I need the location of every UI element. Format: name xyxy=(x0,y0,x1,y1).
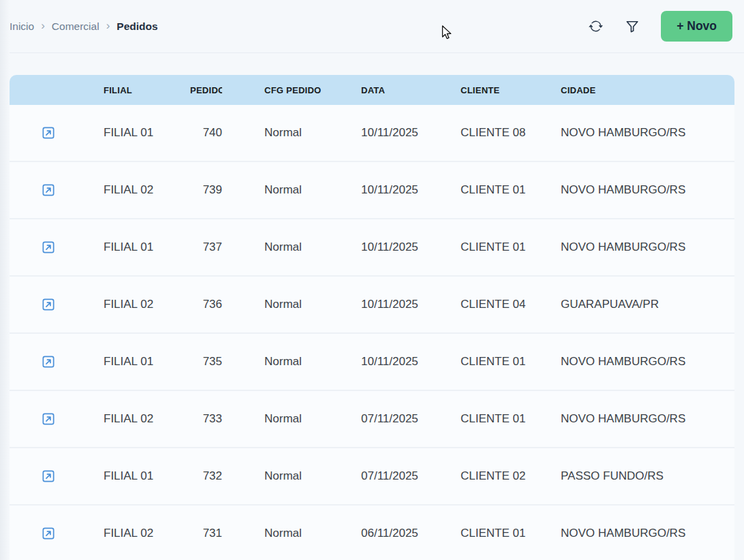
table-row: FILIAL 02 733 Normal 07/11/2025 CLIENTE … xyxy=(10,391,734,448)
filter-icon xyxy=(625,20,639,33)
cell-cfg-pedido: Normal xyxy=(222,298,361,311)
header-data: DATA xyxy=(361,85,461,95)
table-row: FILIAL 01 735 Normal 10/11/2025 CLIENTE … xyxy=(10,334,734,391)
open-order-icon[interactable] xyxy=(42,527,55,540)
cell-pedido: 740 xyxy=(190,126,222,140)
row-open-cell xyxy=(10,356,104,368)
cell-cfg-pedido: Normal xyxy=(222,183,361,197)
header-filial: FILIAL xyxy=(104,85,190,95)
cell-pedido: 739 xyxy=(190,183,222,197)
table-row: FILIAL 01 737 Normal 10/11/2025 CLIENTE … xyxy=(10,219,734,277)
header-cfg-pedido: CFG PEDIDO xyxy=(222,85,361,95)
cell-filial: FILIAL 01 xyxy=(104,240,190,254)
cell-cliente: CLIENTE 01 xyxy=(461,527,561,540)
table-row: FILIAL 01 732 Normal 07/11/2025 CLIENTE … xyxy=(10,448,734,505)
cell-pedido: 737 xyxy=(190,240,222,254)
table-row: FILIAL 02 736 Normal 10/11/2025 CLIENTE … xyxy=(10,277,734,334)
header-pedido: PEDIDO xyxy=(190,85,222,95)
cell-cidade: PASSO FUNDO/RS xyxy=(561,469,734,483)
cell-pedido: 736 xyxy=(190,298,222,311)
cell-filial: FILIAL 01 xyxy=(104,126,190,140)
cell-data: 10/11/2025 xyxy=(361,183,461,197)
table-row: FILIAL 02 731 Normal 06/11/2025 CLIENTE … xyxy=(10,505,734,560)
filter-button[interactable] xyxy=(619,13,646,40)
cell-cfg-pedido: Normal xyxy=(222,469,361,483)
cell-cfg-pedido: Normal xyxy=(222,126,361,140)
open-order-icon[interactable] xyxy=(42,127,55,139)
cell-cidade: NOVO HAMBURGO/RS xyxy=(561,527,734,540)
cell-cfg-pedido: Normal xyxy=(222,527,361,540)
cell-data: 10/11/2025 xyxy=(361,126,461,140)
cell-cidade: NOVO HAMBURGO/RS xyxy=(561,355,734,369)
row-open-cell xyxy=(10,184,104,196)
refresh-button[interactable] xyxy=(582,13,609,40)
open-order-icon[interactable] xyxy=(42,470,55,482)
row-open-cell xyxy=(10,413,104,425)
cell-cliente: CLIENTE 01 xyxy=(461,412,561,426)
cell-cliente: CLIENTE 04 xyxy=(461,298,561,311)
cell-data: 07/11/2025 xyxy=(361,412,461,426)
cell-pedido: 733 xyxy=(190,412,222,426)
cell-cidade: NOVO HAMBURGO/RS xyxy=(561,126,734,140)
cell-cliente: CLIENTE 02 xyxy=(461,469,561,483)
cell-filial: FILIAL 01 xyxy=(104,469,190,483)
open-order-icon[interactable] xyxy=(42,241,55,253)
cell-cfg-pedido: Normal xyxy=(222,240,361,254)
cell-pedido: 732 xyxy=(190,469,222,483)
cell-filial: FILIAL 02 xyxy=(104,298,190,311)
sidebar-edge-shadow xyxy=(0,0,10,560)
cell-data: 10/11/2025 xyxy=(361,240,461,254)
new-order-button[interactable]: + Novo xyxy=(661,11,732,42)
cell-cliente: CLIENTE 08 xyxy=(461,126,561,140)
toolbar-actions: + Novo xyxy=(582,11,732,42)
open-order-icon[interactable] xyxy=(42,184,55,196)
table-row: FILIAL 01 740 Normal 10/11/2025 CLIENTE … xyxy=(10,105,734,162)
open-order-icon[interactable] xyxy=(42,298,55,311)
top-bar: Inicio › Comercial › Pedidos + Novo xyxy=(10,0,744,53)
cell-cidade: NOVO HAMBURGO/RS xyxy=(561,183,734,197)
header-cidade: CIDADE xyxy=(561,85,734,95)
cell-data: 07/11/2025 xyxy=(361,469,461,483)
row-open-cell xyxy=(10,127,104,139)
cell-cfg-pedido: Normal xyxy=(222,412,361,426)
table-row: FILIAL 02 739 Normal 10/11/2025 CLIENTE … xyxy=(10,162,734,219)
cell-data: 06/11/2025 xyxy=(361,527,461,540)
row-open-cell xyxy=(10,241,104,253)
cell-cliente: CLIENTE 01 xyxy=(461,355,561,369)
breadcrumb-separator-icon: › xyxy=(106,20,110,31)
cell-cliente: CLIENTE 01 xyxy=(461,183,561,197)
cell-data: 10/11/2025 xyxy=(361,298,461,311)
cell-pedido: 731 xyxy=(190,527,222,540)
breadcrumb-separator-icon: › xyxy=(41,20,45,31)
table-header-row: FILIAL PEDIDO CFG PEDIDO DATA CLIENTE CI… xyxy=(10,75,734,105)
cell-filial: FILIAL 02 xyxy=(104,412,190,426)
row-open-cell xyxy=(10,298,104,311)
cell-cidade: NOVO HAMBURGO/RS xyxy=(561,240,734,254)
table-body: FILIAL 01 740 Normal 10/11/2025 CLIENTE … xyxy=(10,105,734,560)
cell-cfg-pedido: Normal xyxy=(222,355,361,369)
cell-filial: FILIAL 02 xyxy=(104,183,190,197)
cell-filial: FILIAL 01 xyxy=(104,355,190,369)
orders-table: FILIAL PEDIDO CFG PEDIDO DATA CLIENTE CI… xyxy=(10,75,734,560)
refresh-icon xyxy=(589,19,603,33)
cell-cliente: CLIENTE 01 xyxy=(461,240,561,254)
cell-cidade: NOVO HAMBURGO/RS xyxy=(561,412,734,426)
breadcrumb-pedidos-current: Pedidos xyxy=(117,20,157,33)
row-open-cell xyxy=(10,470,104,482)
cell-pedido: 735 xyxy=(190,355,222,369)
cell-filial: FILIAL 02 xyxy=(104,527,190,540)
breadcrumb-inicio[interactable]: Inicio xyxy=(10,20,34,33)
open-order-icon[interactable] xyxy=(42,356,55,368)
header-cliente: CLIENTE xyxy=(461,85,561,95)
open-order-icon[interactable] xyxy=(42,413,55,425)
cell-cidade: GUARAPUAVA/PR xyxy=(561,298,734,311)
breadcrumb: Inicio › Comercial › Pedidos xyxy=(10,20,158,33)
breadcrumb-comercial[interactable]: Comercial xyxy=(52,20,99,33)
cell-data: 10/11/2025 xyxy=(361,355,461,369)
row-open-cell xyxy=(10,527,104,540)
